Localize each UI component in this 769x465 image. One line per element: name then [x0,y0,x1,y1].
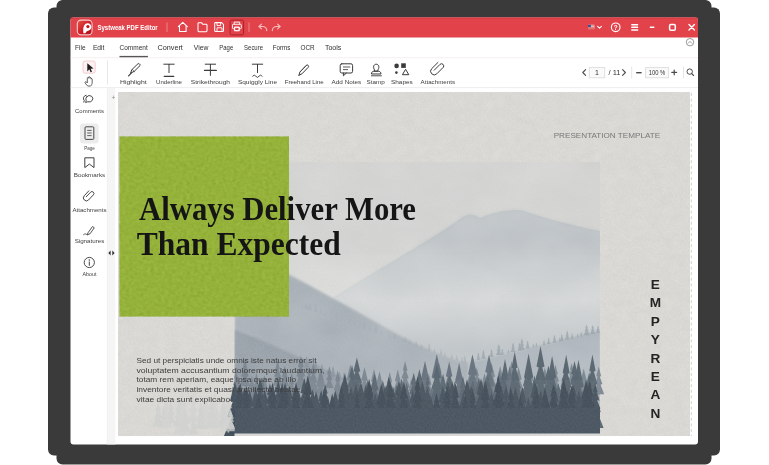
svg-text:Bookmarks: Bookmarks [74,172,105,178]
svg-text:Edit: Edit [93,43,105,52]
svg-text:N: N [650,406,660,421]
svg-text:?: ? [614,24,618,31]
svg-text:Strikethrough: Strikethrough [191,78,231,85]
svg-text:Y: Y [651,332,660,347]
svg-text:Comments: Comments [75,108,104,114]
svg-text:PRESENTATION TEMPLATE: PRESENTATION TEMPLATE [554,131,661,140]
svg-text:Add Notes: Add Notes [332,78,362,85]
svg-text:E: E [651,369,660,384]
svg-text:OCR: OCR [301,43,315,52]
svg-text:1: 1 [595,69,599,76]
svg-text:R: R [650,351,660,366]
svg-text:100 %: 100 % [649,69,666,76]
svg-text:/ 11: / 11 [609,69,621,76]
svg-text:Systweak PDF Editor: Systweak PDF Editor [98,23,158,32]
svg-text:Always Deliver More: Always Deliver More [139,190,416,227]
svg-text:Squiggly Line: Squiggly Line [238,78,278,85]
svg-text:About: About [83,271,97,277]
svg-text:Sed ut perspiciatis unde omnis: Sed ut perspiciatis unde omnis iste natu… [137,357,317,365]
svg-text:totam rem aperiam, eaque ipsa: totam rem aperiam, eaque ipsa quae ab il… [137,376,297,384]
svg-text:Highlight: Highlight [120,78,147,85]
svg-text:Page: Page [84,145,95,151]
svg-text:File: File [75,43,86,52]
svg-text:voluptatem accusantium dolorem: voluptatem accusantium doloremque laudan… [137,367,325,375]
svg-text:View: View [194,43,209,52]
svg-text:Forms: Forms [273,43,291,52]
svg-text:Underline: Underline [156,78,183,85]
svg-text:Convert: Convert [157,43,183,52]
svg-text:Stamp: Stamp [367,78,386,85]
svg-text:Comment: Comment [120,43,148,52]
svg-text:Attachments: Attachments [72,207,106,213]
svg-text:Shapes: Shapes [391,78,413,85]
svg-text:inventore veritatis et quasi a: inventore veritatis et quasi architecto … [137,386,301,394]
svg-text:A: A [650,387,660,402]
svg-text:Tools: Tools [325,43,342,52]
svg-text:Signatures: Signatures [75,238,105,244]
svg-text:E: E [651,277,660,292]
svg-text:+: + [112,94,116,101]
svg-text:P: P [651,314,660,329]
svg-text:Than Expected: Than Expected [137,225,341,262]
svg-text:Freehand Line: Freehand Line [285,78,325,85]
svg-text:vitae dicta sunt explicabo.: vitae dicta sunt explicabo. [137,396,233,404]
svg-text:Attachments: Attachments [421,78,455,85]
svg-text:Page: Page [219,43,233,52]
svg-text:Secure: Secure [244,43,263,52]
svg-text:M: M [650,295,661,310]
